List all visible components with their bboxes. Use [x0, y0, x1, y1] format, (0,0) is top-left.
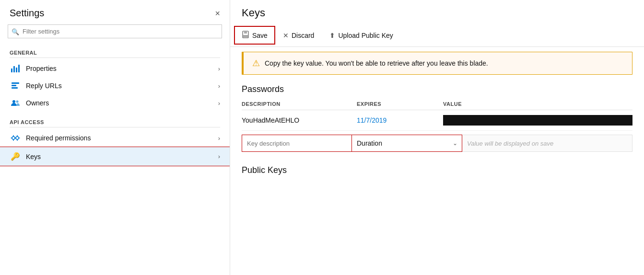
- value-placeholder: Value will be displayed on save: [462, 135, 632, 152]
- sidebar-item-reply-urls[interactable]: Reply URLs ›: [0, 77, 230, 94]
- main-content: Keys Save ✕ Discard ⬆ Upload Public Key …: [230, 0, 644, 275]
- discard-button[interactable]: ✕ Discard: [275, 27, 322, 44]
- page-title: Keys: [242, 7, 632, 19]
- sidebar-header: Settings ×: [0, 0, 230, 24]
- sidebar-item-owners-label: Owners: [26, 99, 218, 107]
- owners-icon: [10, 99, 21, 107]
- general-divider: [10, 57, 220, 58]
- row-expires: 11/7/2019: [357, 116, 443, 124]
- new-key-row: Duration 1 year 2 years Never expires ⌄ …: [242, 131, 632, 156]
- svg-point-10: [16, 137, 19, 139]
- keys-icon: 🔑: [10, 152, 21, 161]
- chevron-right-icon: ›: [218, 65, 220, 72]
- toolbar: Save ✕ Discard ⬆ Upload Public Key: [230, 24, 644, 47]
- svg-rect-15: [244, 31, 247, 34]
- search-icon: 🔍: [12, 28, 19, 35]
- api-access-divider: [10, 127, 220, 127]
- sidebar-item-required-permissions[interactable]: Required permissions ›: [0, 129, 230, 147]
- key-description-input[interactable]: [242, 135, 352, 152]
- upload-public-key-label: Upload Public Key: [338, 32, 393, 39]
- table-row: YouHadMeAtEHLO 11/7/2019: [242, 110, 632, 131]
- table-header: DESCRIPTION EXPIRES VALUE: [242, 101, 632, 110]
- chevron-right-icon: ›: [218, 153, 220, 160]
- svg-point-5: [12, 137, 15, 139]
- properties-icon: [10, 65, 21, 72]
- sidebar-item-required-permissions-label: Required permissions: [26, 134, 218, 142]
- col-description-header: DESCRIPTION: [242, 101, 357, 107]
- save-button-label: Save: [252, 32, 268, 39]
- chevron-right-icon: ›: [218, 100, 220, 107]
- save-icon: [242, 31, 249, 40]
- public-keys-section-title: Public Keys: [242, 165, 632, 175]
- main-header: Keys: [230, 0, 644, 24]
- sidebar-item-properties[interactable]: Properties ›: [0, 60, 230, 77]
- chevron-right-icon: ›: [218, 82, 220, 90]
- public-keys-section: Public Keys: [242, 165, 632, 175]
- api-access-section-label: API ACCESS: [0, 115, 230, 127]
- required-permissions-icon: [10, 134, 21, 142]
- passwords-section-title: Passwords: [242, 84, 632, 94]
- passwords-table: DESCRIPTION EXPIRES VALUE YouHadMeAtEHLO…: [242, 101, 632, 156]
- warning-banner: ⚠ Copy the key value. You won't be able …: [242, 52, 632, 75]
- close-button[interactable]: ×: [215, 9, 220, 18]
- sidebar-item-keys-label: Keys: [26, 153, 218, 160]
- svg-rect-2: [12, 87, 18, 89]
- svg-point-4: [16, 101, 19, 103]
- search-input[interactable]: [8, 24, 222, 38]
- sidebar-item-owners[interactable]: Owners ›: [0, 94, 230, 112]
- warning-icon: ⚠: [252, 58, 260, 69]
- duration-wrapper: Duration 1 year 2 years Never expires ⌄: [352, 135, 462, 152]
- upload-public-key-button[interactable]: ⬆ Upload Public Key: [322, 27, 400, 44]
- reply-urls-icon: [10, 82, 21, 90]
- chevron-right-icon: ›: [218, 135, 220, 142]
- sidebar: Settings × 🔍 GENERAL Properties ›: [0, 0, 230, 275]
- svg-point-3: [12, 100, 15, 103]
- svg-rect-16: [243, 35, 248, 37]
- row-value-redacted: [443, 115, 632, 126]
- svg-rect-1: [12, 85, 16, 86]
- discard-icon: ✕: [283, 32, 289, 39]
- content-area: Passwords DESCRIPTION EXPIRES VALUE YouH…: [230, 80, 644, 187]
- duration-select[interactable]: Duration 1 year 2 years Never expires: [352, 135, 462, 152]
- sidebar-item-keys[interactable]: 🔑 Keys ›: [0, 147, 230, 166]
- row-description: YouHadMeAtEHLO: [242, 116, 357, 124]
- sidebar-item-properties-label: Properties: [26, 65, 218, 72]
- svg-rect-0: [12, 82, 19, 84]
- col-value-header: VALUE: [443, 101, 632, 107]
- warning-text: Copy the key value. You won't be able to…: [265, 59, 488, 67]
- discard-button-label: Discard: [292, 32, 314, 39]
- upload-icon: ⬆: [329, 32, 335, 39]
- col-expires-header: EXPIRES: [357, 101, 443, 107]
- sidebar-title: Settings: [10, 8, 44, 19]
- sidebar-item-reply-urls-label: Reply URLs: [26, 82, 218, 90]
- general-section-label: GENERAL: [0, 46, 230, 57]
- sidebar-search-container: 🔍: [8, 24, 222, 38]
- save-button[interactable]: Save: [234, 26, 275, 45]
